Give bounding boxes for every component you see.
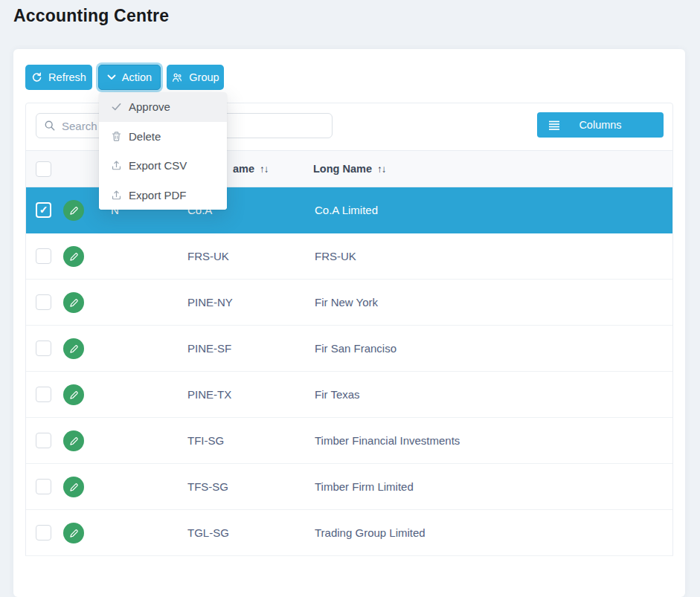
edit-button[interactable] <box>63 246 84 267</box>
cell-name: FRS-UK <box>187 233 229 280</box>
group-button[interactable]: Group <box>167 65 224 90</box>
column-header-long-name[interactable]: Long Name↑↓ <box>313 151 385 187</box>
columns-button[interactable]: Columns <box>537 112 664 138</box>
action-menu-item-label: Export CSV <box>129 159 187 172</box>
cell-long-name: Timber Firm Limited <box>315 464 414 510</box>
page-title: Accounting Centre <box>13 6 169 26</box>
cell-name: PINE-SF <box>187 326 231 372</box>
columns-label: Columns <box>579 119 621 131</box>
pagination-bar: 1-8 of 8 records « ‹ 1 › » 50 <box>13 556 685 597</box>
table-row[interactable]: ✓ PINE-NY Fir New York <box>26 280 672 326</box>
cell-name: TGL-SG <box>187 510 229 556</box>
edit-button[interactable] <box>63 384 84 405</box>
edit-button[interactable] <box>63 523 84 543</box>
cell-long-name: Fir San Franciso <box>315 326 396 372</box>
sort-arrows-icon: ↑↓ <box>377 164 386 175</box>
edit-button[interactable] <box>63 292 84 313</box>
cell-name: TFS-SG <box>187 464 228 510</box>
upload-icon <box>110 189 122 201</box>
action-menu-item[interactable]: Export PDF <box>99 181 227 210</box>
row-checkbox[interactable]: ✓ <box>36 202 51 218</box>
edit-pencil-icon <box>68 436 80 447</box>
edit-pencil-icon <box>68 343 80 355</box>
cell-long-name: Fir Texas <box>315 372 360 418</box>
row-checkbox[interactable]: ✓ <box>36 525 51 540</box>
table-row[interactable]: ✓ FRS-UK FRS-UK <box>26 233 672 280</box>
action-menu-item-label: Approve <box>129 100 170 113</box>
upload-icon <box>110 160 122 172</box>
table-row[interactable]: ✓ TFS-SG Timber Firm Limited <box>26 464 672 510</box>
table-row[interactable]: ✓ TFI-SG Timber Financial Investments <box>26 418 672 464</box>
refresh-button[interactable]: Refresh <box>25 65 92 90</box>
cell-name: PINE-NY <box>187 280 233 326</box>
row-checkbox[interactable]: ✓ <box>36 433 51 448</box>
edit-pencil-icon <box>68 205 80 216</box>
table-row[interactable]: ✓ TGL-SG Trading Group Limited <box>26 510 672 556</box>
row-checkbox[interactable]: ✓ <box>36 387 51 402</box>
chevron-down-icon <box>107 74 116 80</box>
column-header-long-name-label: Long Name <box>313 163 372 175</box>
cell-long-name: Trading Group Limited <box>315 510 426 556</box>
action-menu-item[interactable]: Approve <box>99 92 227 122</box>
table-row[interactable]: ✓ PINE-TX Fir Texas <box>26 372 672 418</box>
cell-name: TFI-SG <box>187 418 224 464</box>
action-dropdown-menu: Approve Delete Export CSV Export PDF <box>99 92 227 210</box>
cell-long-name: Co.A Limited <box>315 187 378 233</box>
check-icon <box>110 101 122 113</box>
action-menu-item-label: Export PDF <box>129 189 187 201</box>
action-menu-item[interactable]: Delete <box>99 122 227 152</box>
action-button[interactable]: Action <box>98 65 161 90</box>
columns-list-icon <box>548 120 560 133</box>
row-checkbox[interactable]: ✓ <box>36 248 51 264</box>
row-checkbox[interactable]: ✓ <box>36 479 51 494</box>
group-label: Group <box>189 71 219 83</box>
refresh-icon <box>31 72 42 83</box>
edit-button[interactable] <box>63 338 84 359</box>
cell-long-name: FRS-UK <box>315 233 356 280</box>
column-header-name-label: ame <box>233 163 254 175</box>
action-menu-item[interactable]: Export CSV <box>99 151 227 181</box>
action-label: Action <box>122 71 152 83</box>
edit-pencil-icon <box>68 297 80 309</box>
row-checkbox[interactable]: ✓ <box>36 341 51 356</box>
edit-button[interactable] <box>63 430 84 451</box>
select-all-checkbox[interactable]: ✓ <box>36 161 51 177</box>
edit-pencil-icon <box>68 390 80 401</box>
cell-long-name: Timber Financial Investments <box>315 418 460 464</box>
action-menu-item-label: Delete <box>129 130 161 143</box>
edit-button[interactable] <box>63 477 84 497</box>
edit-pencil-icon <box>68 482 80 493</box>
edit-pencil-icon <box>68 251 80 262</box>
trash-icon <box>110 130 122 142</box>
column-header-name[interactable]: ame↑↓ <box>233 151 269 187</box>
sort-arrows-icon: ↑↓ <box>260 164 269 175</box>
edit-button[interactable] <box>63 200 84 221</box>
table-body: ✓ N Co.A Co.A Limited ✓ FRS-UK FRS-UK ✓ … <box>26 187 672 556</box>
row-checkbox[interactable]: ✓ <box>36 294 51 310</box>
table-row[interactable]: ✓ PINE-SF Fir San Franciso <box>26 326 672 372</box>
content-card: Refresh Action Group Columns ✓ <box>13 49 685 597</box>
group-icon <box>171 72 183 83</box>
refresh-label: Refresh <box>48 71 86 83</box>
cell-long-name: Fir New York <box>315 280 378 326</box>
edit-pencil-icon <box>68 528 80 539</box>
cell-name: PINE-TX <box>187 372 231 418</box>
